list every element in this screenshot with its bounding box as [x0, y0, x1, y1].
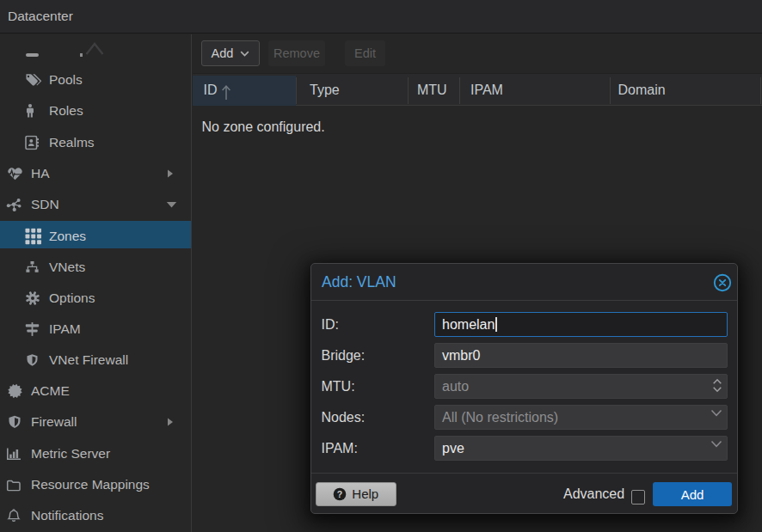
svg-text:?: ?	[337, 488, 342, 498]
